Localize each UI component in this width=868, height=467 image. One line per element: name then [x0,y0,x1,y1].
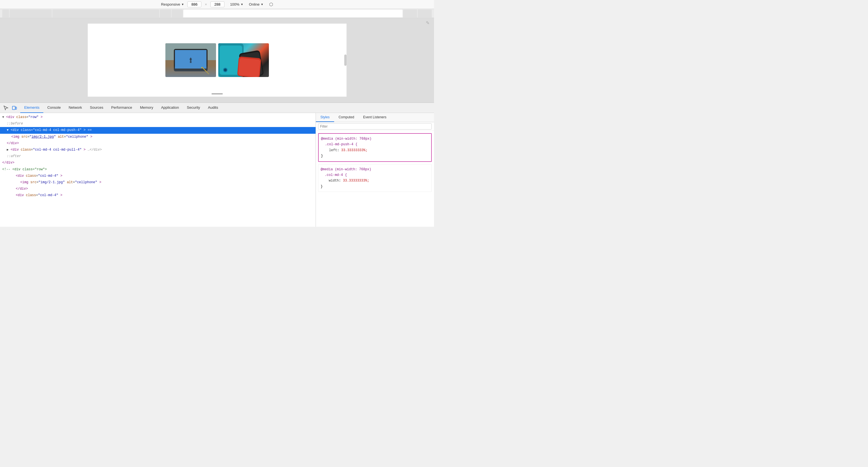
dom-line-col-md-4-pull[interactable]: ▶ <div class="col-md-4 col-md-pull-4" > … [0,147,316,153]
online-chevron-icon[interactable]: ▼ [261,3,264,6]
tab-console[interactable]: Console [43,103,65,113]
breadcrumb-item-2[interactable] [9,9,52,18]
browser-frame [88,24,346,97]
device-toolbar-button[interactable] [11,104,18,111]
dom-line-after: ::after [0,153,316,160]
dom-line-before: ::before [0,121,316,127]
styles-panel: Styles Computed Event Listeners @media (… [316,113,434,227]
css-rule-close-1: } [321,153,429,159]
css-block-push: @media (min-width: 768px) .col-md-push-4… [318,133,432,162]
devtools-body: ▼ <div class="row" > ::before ▼ <div cla… [0,113,434,227]
zoom-selector[interactable]: 100% ▼ [230,2,243,6]
devtools-icon-buttons [2,104,18,111]
breadcrumb-item-3[interactable] [52,9,159,18]
viewport-height-input[interactable] [210,1,224,7]
dimension-separator: × [205,2,207,6]
responsive-label: Responsive [161,2,180,6]
responsive-chevron-icon[interactable]: ▼ [181,3,184,6]
dom-line-close-row: </div> [0,160,316,166]
dom-line-col-md-4-push[interactable]: ▼ <div class="col-md-4 col-md-push-4" > … [0,127,316,133]
dom-line-img[interactable]: <img src="img/2-1.jpg" alt="cellphone" > [0,134,316,140]
browser-frame-images [165,43,269,77]
dom-line-close-2: </div> [0,186,316,192]
phone-image-1 [165,43,216,77]
tab-performance[interactable]: Performance [107,103,136,113]
breadcrumb-item-8[interactable] [418,9,432,18]
breadcrumb-item-4[interactable] [160,9,171,18]
edit-icon[interactable]: ✎ [426,20,430,98]
breadcrumb-item-5[interactable] [172,9,183,18]
resize-handle[interactable] [344,55,346,66]
css-rule-prop-left: left: 33.33333333%; [321,147,429,153]
styles-tab-bar: Styles Computed Event Listeners [316,113,434,122]
svg-rect-16 [12,106,15,109]
breadcrumb-item-6[interactable] [183,9,403,18]
devtools-tab-bar: Elements Console Network Sources Perform… [0,103,434,113]
tab-sources[interactable]: Sources [86,103,107,113]
dom-line-col-md-4-b[interactable]: <div class="col-md-4" > [0,192,316,199]
tab-elements[interactable]: Elements [20,103,43,113]
rotate-button[interactable]: ⬡ [269,2,273,7]
viewport-area: ✎ [0,18,434,102]
zoom-chevron-icon[interactable]: ▼ [241,3,243,6]
breadcrumb-item-7[interactable] [403,9,417,18]
tab-event-listeners[interactable]: Event Listeners [359,113,391,122]
css-rule-selector-1: .col-md-push-4 { [321,142,429,147]
dom-line-row[interactable]: ▼ <div class="row" > [0,114,316,121]
dom-line-col-md-4-a[interactable]: <div class="col-md-4" > [0,173,316,179]
online-label: Online [249,2,259,6]
css-block-width: @media (min-width: 768px) .col-md-4 { wi… [318,164,432,192]
css-rule-close-2: } [321,184,429,189]
css-rule-prop-width: width: 33.33333333%; [321,178,429,184]
svg-point-15 [224,69,227,71]
phone-image-2 [218,43,269,77]
tab-styles[interactable]: Styles [316,113,334,122]
styles-filter-area [316,122,434,131]
responsive-selector[interactable]: Responsive ▼ [161,2,184,6]
dom-line-img-2[interactable]: <img src="img/2-1.jpg" alt="cellphone" > [0,179,316,186]
svg-line-7 [202,67,202,68]
breadcrumb-bar [0,9,434,18]
zoom-label: 100% [230,2,239,6]
css-rule-media-1: @media (min-width: 768px) [321,136,429,142]
tab-computed[interactable]: Computed [334,113,359,122]
dom-line-close-1: </div> [0,140,316,147]
top-toolbar: Responsive ▼ × 100% ▼ Online ▼ ⬡ [0,0,434,9]
tab-application[interactable]: Application [157,103,183,113]
drag-handle-bottom[interactable] [212,93,223,94]
elements-panel: ▼ <div class="row" > ::before ▼ <div cla… [0,113,316,227]
online-selector[interactable]: Online ▼ [249,2,263,6]
css-rule-selector-2: .col-md-4 { [321,172,429,178]
devtools-panel: Elements Console Network Sources Perform… [0,102,434,227]
tab-security[interactable]: Security [183,103,204,113]
svg-line-6 [202,67,209,74]
svg-rect-17 [16,107,17,109]
styles-filter-input[interactable] [318,123,432,130]
viewport-width-input[interactable] [187,1,202,7]
tab-memory[interactable]: Memory [136,103,157,113]
css-rule-media-2: @media (min-width: 768px) [321,167,429,172]
inspect-element-button[interactable] [2,104,9,111]
tab-audits[interactable]: Audits [204,103,222,113]
dom-line-comment: <!-- <div class="row"> [0,166,316,173]
tab-network[interactable]: Network [65,103,86,113]
svg-rect-13 [238,58,260,77]
breadcrumb-item-1[interactable] [2,9,9,18]
